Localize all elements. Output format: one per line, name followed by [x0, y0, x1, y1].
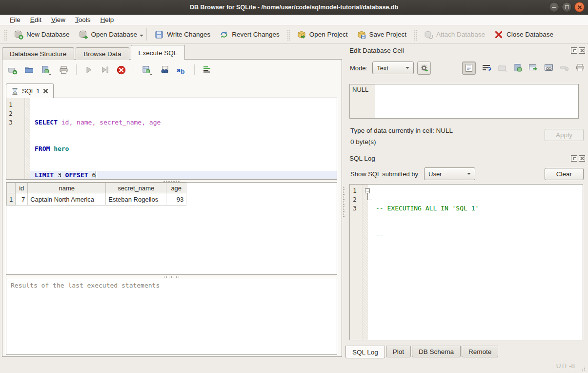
cell-value-editor[interactable]: NULL	[349, 84, 579, 119]
sql-editor-tab[interactable]: SQL 1	[6, 83, 54, 98]
save-results-icon[interactable]	[142, 65, 153, 75]
maximize-icon[interactable]	[562, 2, 572, 12]
open-database-dropdown-icon[interactable]	[140, 35, 143, 39]
vertical-splitter-handle[interactable]	[342, 45, 345, 358]
close-database-button[interactable]: Close Database	[489, 28, 558, 41]
remove-link-icon	[560, 63, 569, 72]
menu-edit[interactable]: Edit	[25, 16, 46, 24]
execute-sql-panel: ab SQL 1 1 2 3 SELECT id, name, secret_n…	[2, 59, 342, 357]
close-icon[interactable]	[574, 2, 585, 12]
toolbar-drag-handle[interactable]	[413, 29, 417, 41]
auto-switch-mode-icon	[420, 63, 428, 72]
text-mode-button[interactable]	[462, 62, 476, 75]
tab-database-structure[interactable]: Database Structure	[2, 47, 74, 60]
find-replace-icon[interactable]	[160, 65, 170, 75]
toolbar-drag-handle[interactable]	[3, 29, 7, 41]
results-message-text: Results of the last executed statements	[11, 282, 160, 289]
row-number-cell: 1	[7, 193, 16, 206]
column-header-id[interactable]: id	[16, 183, 28, 193]
revert-changes-button[interactable]: Revert Changes	[215, 28, 284, 41]
sql-toolbar-separator	[76, 64, 77, 75]
open-project-button[interactable]: Open Project	[292, 28, 352, 41]
cell-mode-row: Mode: Text	[350, 61, 585, 75]
log-line-numbers: 1 2 3	[350, 185, 363, 340]
cell-size-info: 0 byte(s)	[350, 138, 376, 145]
open-database-button[interactable]: Open Database	[74, 28, 142, 41]
print-icon[interactable]	[575, 63, 585, 72]
print-icon[interactable]	[59, 65, 69, 75]
resize-grip[interactable]	[580, 365, 586, 372]
clear-log-button[interactable]: Clear	[545, 168, 584, 180]
code-line-3: LIMIT 3 OFFSET 6	[30, 171, 337, 180]
save-sql-file-icon[interactable]	[41, 65, 52, 75]
minimize-icon[interactable]	[549, 2, 559, 12]
new-database-button[interactable]: New Database	[9, 28, 74, 41]
mode-combobox[interactable]: Text	[372, 62, 414, 74]
log-code: -- EXECUTING ALL IN 'SQL 1' --	[372, 186, 583, 274]
column-header-age[interactable]: age	[166, 183, 186, 193]
right-dock: Edit Database Cell Mode: Text	[345, 45, 588, 358]
cell-age[interactable]: 93	[166, 193, 186, 206]
dock-tabbar: SQL Log Plot DB Schema Remote	[345, 346, 499, 358]
tab-execute-sql[interactable]: Execute SQL	[131, 45, 185, 60]
cell-id[interactable]: 7	[16, 193, 28, 206]
float-panel-icon[interactable]	[571, 47, 577, 54]
column-header-secret-name[interactable]: secret_name	[106, 183, 166, 193]
tab-remote[interactable]: Remote	[462, 346, 498, 357]
cell-name[interactable]: Captain North America	[28, 193, 106, 206]
cell-secret-name[interactable]: Esteban Rogelios	[106, 193, 166, 206]
editor-code[interactable]: SELECT id, name, secret_name, age FROM h…	[30, 98, 337, 179]
menu-view[interactable]: View	[46, 16, 70, 24]
close-panel-icon[interactable]	[579, 155, 585, 162]
menu-file[interactable]: File	[5, 16, 25, 24]
fold-connector	[367, 200, 372, 200]
column-header-name[interactable]: name	[28, 183, 106, 193]
edit-cell-dock-title: Edit Database Cell	[349, 47, 404, 54]
stop-icon[interactable]	[116, 65, 126, 75]
auto-completion-icon[interactable]: ab	[176, 65, 187, 75]
tab-db-schema[interactable]: DB Schema	[412, 346, 461, 357]
mode-label: Mode:	[350, 64, 367, 72]
table-row[interactable]: 1 7 Captain North America Esteban Rogeli…	[7, 193, 186, 206]
word-wrap-icon[interactable]	[482, 63, 491, 72]
sql-editor[interactable]: 1 2 3 SELECT id, name, secret_name, age …	[6, 98, 337, 180]
menu-help[interactable]: Help	[96, 16, 119, 24]
tab-sql-log[interactable]: SQL Log	[345, 346, 385, 358]
open-external-icon[interactable]	[528, 63, 538, 72]
write-changes-button[interactable]: Write Changes	[150, 28, 215, 41]
results-grid[interactable]: id name secret_name age 1 7 Captain Nort…	[6, 182, 337, 275]
fold-collapse-icon[interactable]	[365, 188, 370, 193]
revert-changes-icon	[219, 30, 229, 40]
auto-switch-mode-button[interactable]	[417, 62, 431, 75]
tab-browse-data[interactable]: Browse Data	[76, 47, 129, 60]
format-sql-icon[interactable]	[202, 65, 212, 75]
main-toolbar: New Database Open Database Write Changes…	[0, 25, 588, 44]
copy-link-icon[interactable]	[544, 63, 554, 72]
text-mode-icon	[465, 63, 473, 72]
results-message-area[interactable]: Results of the last executed statements	[6, 278, 337, 355]
export-data-icon[interactable]	[514, 63, 523, 72]
window-title: DB Browser for SQLite - /home/user/code/…	[190, 4, 398, 11]
menu-tools[interactable]: Tools	[70, 16, 96, 24]
encoding-indicator: UTF-8	[556, 362, 575, 370]
save-project-button[interactable]: Save Project	[352, 28, 411, 41]
svg-text:b: b	[181, 68, 185, 75]
text-cursor	[96, 171, 96, 178]
sql-toolbar-separator	[134, 64, 134, 75]
submitted-by-combobox[interactable]: User	[424, 167, 475, 180]
toolbar-drag-handle[interactable]	[286, 29, 290, 41]
tab-plot[interactable]: Plot	[386, 346, 411, 357]
float-panel-icon[interactable]	[571, 155, 577, 162]
editor-line-numbers: 1 2 3	[6, 98, 25, 179]
log-line-1: -- EXECUTING ALL IN 'SQL 1'	[372, 204, 583, 213]
main-tabbar: Database Structure Browse Data Execute S…	[2, 45, 186, 60]
log-line-2: --	[372, 230, 583, 239]
code-line-2: FROM hero	[30, 145, 337, 153]
close-panel-icon[interactable]	[579, 47, 585, 54]
sql-log-view[interactable]: 1 2 3 -- EXECUTING ALL IN 'SQL 1' --	[349, 184, 583, 340]
close-tab-icon[interactable]	[43, 88, 48, 94]
filter-label: Show SQL submitted by	[350, 170, 418, 178]
new-sql-tab-icon[interactable]	[7, 65, 18, 75]
open-sql-file-icon[interactable]	[24, 65, 34, 75]
results-header-row: id name secret_name age	[7, 183, 186, 193]
